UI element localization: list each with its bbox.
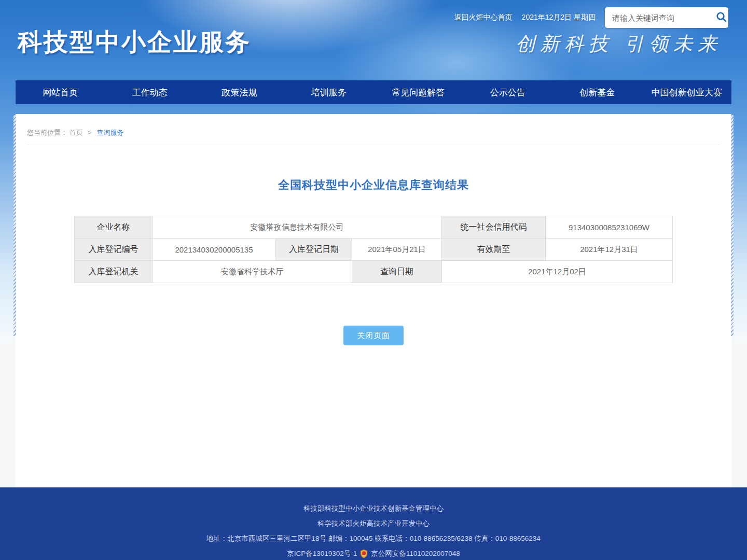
page-footer: 科技部科技型中小企业技术创新基金管理中心 科学技术部火炬高技术产业开发中心 地址… xyxy=(0,487,747,560)
query-date-label: 查询日期 xyxy=(352,261,441,283)
registration-date-value: 2021年05月21日 xyxy=(352,239,441,261)
registration-date-label: 入库登记日期 xyxy=(275,239,352,261)
registration-authority-label: 入库登记机关 xyxy=(74,261,152,283)
query-result-table: 企业名称 安徽塔孜信息技术有限公司 统一社会信用代码 9134030008523… xyxy=(74,216,673,283)
main-nav: 网站首页 工作动态 政策法规 培训服务 常见问题解答 公示公告 创新基金 中国创… xyxy=(16,80,731,104)
police-badge-icon xyxy=(359,549,368,558)
nav-item-policies[interactable]: 政策法规 xyxy=(195,80,284,104)
table-row: 企业名称 安徽塔孜信息技术有限公司 统一社会信用代码 9134030008523… xyxy=(74,216,672,239)
footer-org-line-2: 科学技术部火炬高技术产业开发中心 xyxy=(0,516,747,531)
search-button[interactable] xyxy=(715,11,727,24)
breadcrumb-current-link[interactable]: 查询服务 xyxy=(96,129,123,136)
content-card: 您当前位置： 首页 > 查询服务 全国科技型中小企业信息库查询结果 企业名称 安… xyxy=(16,114,731,487)
valid-until-label: 有效期至 xyxy=(442,239,546,261)
search-box xyxy=(605,7,728,28)
footer-org-line-1: 科技部科技型中小企业技术创新基金管理中心 xyxy=(0,501,747,516)
close-page-button[interactable]: 关闭页面 xyxy=(343,326,404,345)
registration-authority-value: 安徽省科学技术厅 xyxy=(152,261,352,283)
breadcrumb-prefix: 您当前位置： xyxy=(27,129,67,136)
police-record-link[interactable]: 京公网安备11010202007048 xyxy=(371,546,460,560)
table-row: 入库登记机关 安徽省科学技术厅 查询日期 2021年12月02日 xyxy=(74,261,672,283)
breadcrumb-separator: > xyxy=(88,129,92,136)
company-name-value: 安徽塔孜信息技术有限公司 xyxy=(152,216,441,239)
nav-item-competition[interactable]: 中国创新创业大赛 xyxy=(642,80,732,104)
page-title: 全国科技型中小企业信息库查询结果 xyxy=(16,177,731,193)
nav-item-work-news[interactable]: 工作动态 xyxy=(105,80,195,104)
nav-item-home[interactable]: 网站首页 xyxy=(16,80,105,104)
valid-until-value: 2021年12月31日 xyxy=(546,239,673,261)
table-row: 入库登记编号 202134030200005135 入库登记日期 2021年05… xyxy=(74,239,672,261)
nav-item-announcements[interactable]: 公示公告 xyxy=(463,80,553,104)
site-logo[interactable]: 科技型中小企业服务 xyxy=(18,26,251,59)
nav-item-training[interactable]: 培训服务 xyxy=(284,80,374,104)
breadcrumb-home-link[interactable]: 首页 xyxy=(70,129,83,136)
search-input[interactable] xyxy=(612,13,715,22)
registration-number-label: 入库登记编号 xyxy=(74,239,152,261)
footer-contact-line: 地址：北京市西城区三里河二区甲18号 邮编：100045 联系电话：010-88… xyxy=(0,531,747,546)
registration-number-value: 202134030200005135 xyxy=(152,239,275,261)
current-date: 2021年12月2日 星期四 xyxy=(522,13,596,22)
nav-item-innovation-fund[interactable]: 创新基金 xyxy=(552,80,642,104)
breadcrumb: 您当前位置： 首页 > 查询服务 xyxy=(27,114,720,145)
top-bar: 返回火炬中心首页 2021年12月2日 星期四 xyxy=(454,7,728,29)
company-name-label: 企业名称 xyxy=(74,216,152,239)
credit-code-value: 91340300085231069W xyxy=(546,216,673,239)
footer-icp-line: 京ICP备13019302号-1 京公网安备11010202007048 xyxy=(0,546,747,560)
torch-center-home-link[interactable]: 返回火炬中心首页 xyxy=(454,13,513,22)
site-slogan: 创新科技 引领未来 xyxy=(516,31,722,57)
icp-license-link[interactable]: 京ICP备13019302号-1 xyxy=(287,546,357,560)
search-icon xyxy=(715,11,727,24)
credit-code-label: 统一社会信用代码 xyxy=(442,216,546,239)
nav-item-faq[interactable]: 常见问题解答 xyxy=(374,80,463,104)
query-date-value: 2021年12月02日 xyxy=(442,261,673,283)
